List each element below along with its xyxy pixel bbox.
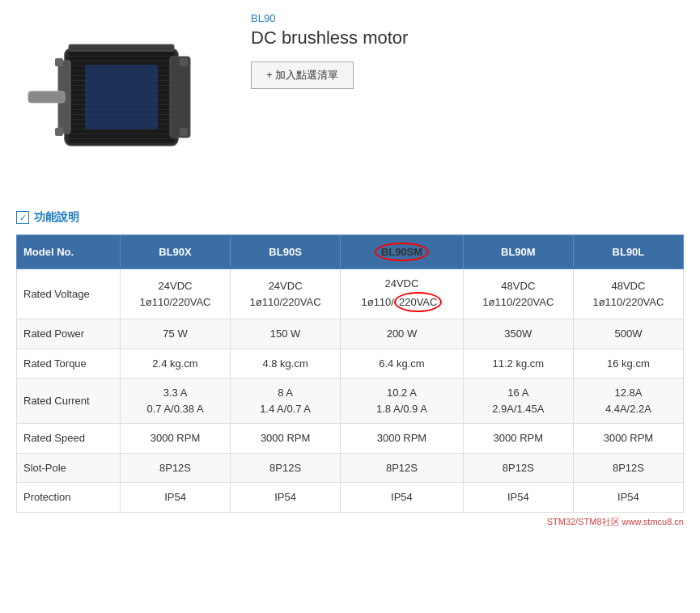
row-label-protection: Protection [17, 483, 121, 513]
cell-bl90l-current: 12.8A4.4A/2.2A [573, 378, 683, 424]
cell-bl90m-power: 350W [463, 319, 573, 349]
row-label-rated-torque: Rated Torque [17, 349, 121, 378]
svg-rect-1 [69, 44, 174, 51]
svg-rect-19 [69, 134, 174, 138]
svg-rect-25 [28, 91, 65, 103]
cell-bl90s-voltage: 24VDC1ø110/220VAC [231, 269, 341, 319]
product-title: DC brushless motor [251, 27, 408, 49]
product-info: BL90 DC brushless motor + 加入點選清單 [251, 8, 408, 89]
cell-bl90sm-speed: 3000 RPM [341, 424, 464, 454]
cell-bl90l-protection: IP54 [573, 483, 683, 513]
row-label-rated-power: Rated Power [17, 319, 121, 349]
svg-rect-21 [170, 57, 190, 137]
cell-bl90sm-slotpole: 8P12S [341, 453, 464, 483]
section-header: 功能說明 [16, 210, 684, 225]
cell-bl90x-current: 3.3 A0.7 A/0.38 A [120, 378, 230, 424]
specs-table: Model No. BL90X BL90S BL90SM BL90M BL90L… [16, 235, 684, 513]
svg-rect-2 [69, 52, 174, 56]
col-header-bl90l: BL90L [573, 235, 683, 269]
cell-bl90x-power: 75 W [120, 319, 230, 349]
cell-bl90m-torque: 11.2 kg.cm [463, 349, 573, 378]
row-label-rated-speed: Rated Speed [17, 424, 121, 454]
cell-bl90s-protection: IP54 [231, 483, 341, 513]
product-link[interactable]: BL90 [251, 12, 275, 24]
table-row: Slot-Pole 8P12S 8P12S 8P12S 8P12S 8P12S [17, 453, 684, 483]
col-header-bl90s: BL90S [231, 235, 341, 269]
table-row: Rated Speed 3000 RPM 3000 RPM 3000 RPM 3… [17, 424, 684, 454]
table-row: Rated Voltage 24VDC1ø110/220VAC 24VDC1ø1… [17, 269, 684, 319]
voltage-highlight: 220VAC [394, 292, 442, 313]
top-section: BL90 DC brushless motor + 加入點選清單 [16, 8, 684, 186]
product-image [16, 8, 227, 186]
cell-bl90x-speed: 3000 RPM [120, 424, 230, 454]
cell-bl90x-voltage: 24VDC1ø110/220VAC [120, 269, 230, 319]
table-row: Rated Power 75 W 150 W 200 W 350W 500W [17, 319, 684, 349]
cell-bl90sm-current: 10.2 A1.8 A/0.9 A [341, 378, 464, 424]
cell-bl90sm-protection: IP54 [341, 483, 464, 513]
col-header-bl90m: BL90M [463, 235, 573, 269]
cell-bl90s-torque: 4.8 kg.cm [231, 349, 341, 378]
table-row: Rated Current 3.3 A0.7 A/0.38 A 8 A1.4 A… [17, 378, 684, 424]
svg-rect-28 [85, 65, 158, 129]
svg-rect-18 [69, 129, 174, 133]
svg-rect-27 [180, 128, 188, 136]
table-header-row: Model No. BL90X BL90S BL90SM BL90M BL90L [17, 235, 684, 269]
row-label-slot-pole: Slot-Pole [17, 453, 121, 483]
col-header-bl90sm: BL90SM [341, 235, 464, 269]
checkbox-icon[interactable] [16, 211, 29, 224]
table-row: Protection IP54 IP54 IP54 IP54 IP54 [17, 483, 684, 513]
row-label-rated-voltage: Rated Voltage [17, 269, 121, 319]
cell-bl90m-slotpole: 8P12S [463, 453, 573, 483]
svg-rect-3 [69, 57, 174, 61]
watermark: STM32/STM8社区 www.stmcu8.cn [16, 516, 684, 528]
cell-bl90l-torque: 16 kg.cm [573, 349, 683, 378]
cell-bl90m-speed: 3000 RPM [463, 424, 573, 454]
cell-bl90l-voltage: 48VDC1ø110/220VAC [573, 269, 683, 319]
cell-bl90s-slotpole: 8P12S [231, 453, 341, 483]
cell-bl90m-voltage: 48VDC1ø110/220VAC [463, 269, 573, 319]
cell-bl90m-current: 16 A2.9A/1.45A [463, 378, 573, 424]
highlighted-header: BL90SM [375, 243, 429, 261]
svg-rect-24 [55, 128, 63, 136]
cell-bl90x-torque: 2.4 kg.cm [120, 349, 230, 378]
cell-bl90l-slotpole: 8P12S [573, 453, 683, 483]
svg-rect-26 [180, 58, 188, 66]
cell-bl90x-protection: IP54 [120, 483, 230, 513]
cell-bl90m-protection: IP54 [463, 483, 573, 513]
col-header-model: Model No. [17, 235, 121, 269]
svg-rect-20 [69, 139, 174, 143]
cell-bl90l-power: 500W [573, 319, 683, 349]
cell-bl90s-speed: 3000 RPM [231, 424, 341, 454]
svg-rect-23 [55, 58, 63, 66]
cell-bl90s-current: 8 A1.4 A/0.7 A [231, 378, 341, 424]
cell-bl90l-speed: 3000 RPM [573, 424, 683, 454]
cell-bl90x-slotpole: 8P12S [120, 453, 230, 483]
row-label-rated-current: Rated Current [17, 378, 121, 424]
cell-bl90sm-torque: 6.4 kg.cm [341, 349, 464, 378]
cell-bl90s-power: 150 W [231, 319, 341, 349]
cell-bl90sm-power: 200 W [341, 319, 464, 349]
add-to-list-button[interactable]: + 加入點選清單 [251, 61, 354, 89]
cell-bl90sm-voltage: 24VDC1ø110/220VAC [341, 269, 464, 319]
section-title: 功能說明 [34, 210, 79, 225]
col-header-bl90x: BL90X [120, 235, 230, 269]
table-row: Rated Torque 2.4 kg.cm 4.8 kg.cm 6.4 kg.… [17, 349, 684, 378]
